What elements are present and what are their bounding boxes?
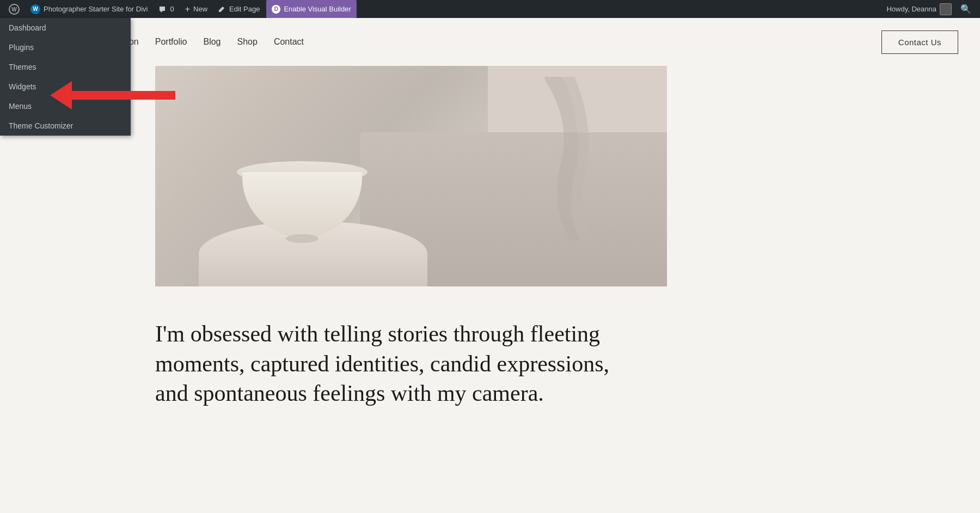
bowl-base — [286, 234, 318, 243]
wp-circle-icon: W — [30, 4, 40, 14]
appearance-dropdown: Dashboard Plugins Themes Widgets Menus T… — [0, 18, 131, 136]
nav-item-shop[interactable]: Shop — [237, 37, 258, 47]
arrow-body — [72, 91, 175, 100]
wp-logo[interactable]: W — [4, 0, 24, 18]
admin-search-icon[interactable]: 🔍 — [956, 0, 976, 18]
comment-count[interactable]: 0 — [154, 0, 178, 18]
enable-visual-builder-button[interactable]: D Enable Visual Builder — [266, 0, 356, 18]
hero-bowl — [242, 161, 362, 237]
dropdown-item-theme-customizer[interactable]: Theme Customizer — [0, 116, 131, 136]
body-text-section: I'm obsessed with telling stories throug… — [0, 303, 980, 430]
nav-item-portfolio[interactable]: Portfolio — [155, 37, 187, 47]
admin-bar: W W Photographer Starter Site for Divi 0… — [0, 0, 980, 18]
svg-text:W: W — [11, 7, 17, 13]
new-button[interactable]: + New — [181, 0, 212, 18]
arrow-head-icon — [50, 81, 72, 109]
hero-image — [155, 66, 667, 286]
bowl-body — [242, 172, 362, 237]
red-arrow-annotation — [51, 81, 175, 109]
contact-us-button[interactable]: Contact Us — [881, 30, 958, 54]
nav-item-contact[interactable]: Contact — [274, 37, 304, 47]
dropdown-item-plugins[interactable]: Plugins — [0, 38, 131, 57]
dropdown-item-themes[interactable]: Themes — [0, 57, 131, 77]
edit-page-button[interactable]: Edit Page — [214, 0, 264, 18]
hero-fabric-decoration — [471, 77, 634, 240]
main-quote: I'm obsessed with telling stories throug… — [155, 319, 645, 408]
site-title[interactable]: W Photographer Starter Site for Divi — [26, 0, 152, 18]
divi-icon: D — [272, 5, 280, 14]
avatar — [940, 3, 952, 15]
dropdown-item-dashboard[interactable]: Dashboard — [0, 18, 131, 38]
user-menu[interactable]: Howdy, Deanna — [882, 0, 956, 18]
nav-item-blog[interactable]: Blog — [203, 37, 220, 47]
site-header: Home About Collection Portfolio Blog Sho… — [0, 18, 980, 66]
